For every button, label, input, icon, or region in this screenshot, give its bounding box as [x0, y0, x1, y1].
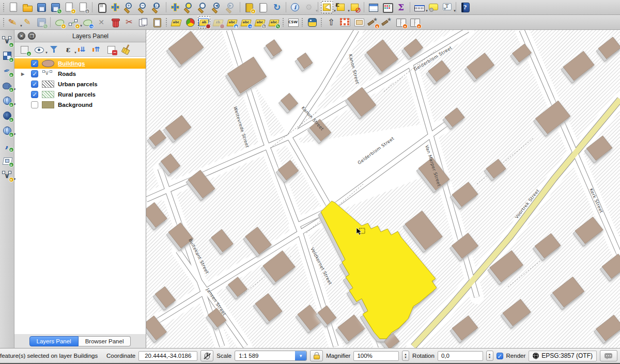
- add-delimited-text-button[interactable]: ,+: [1, 139, 14, 152]
- toggle-editing-button[interactable]: ✎: [21, 15, 34, 29]
- expand-arrow-icon[interactable]: ▶: [21, 72, 24, 76]
- save-project-as-button[interactable]: ✎: [49, 1, 62, 14]
- layer-row-buildings[interactable]: Buildings: [14, 58, 146, 69]
- pin-labels-button[interactable]: ab: [197, 15, 211, 29]
- set-to-canvas-scale-button[interactable]: [352, 15, 366, 29]
- help-contents-button[interactable]: ?: [458, 1, 472, 14]
- manage-visibility-button[interactable]: ▼: [33, 43, 45, 56]
- copy-features-button[interactable]: [136, 15, 150, 29]
- python-console-button[interactable]: [305, 15, 319, 29]
- new-bookmark-button[interactable]: ✶: [242, 1, 256, 14]
- text-annotation-button[interactable]: T▼: [440, 1, 454, 14]
- unpin-labels-button[interactable]: zb: [211, 15, 225, 29]
- layer-checkbox[interactable]: [31, 91, 38, 98]
- identify-features-button[interactable]: i: [288, 1, 302, 14]
- magnifier-input[interactable]: 100%: [353, 351, 399, 361]
- toggle-extents-mouse-button[interactable]: [200, 350, 213, 361]
- layer-checkbox[interactable]: [31, 81, 38, 88]
- rotation-input[interactable]: 0,0: [438, 351, 483, 361]
- zoom-last-button[interactable]: ◀: [210, 1, 224, 14]
- rotate-label-button[interactable]: abc↻: [253, 15, 267, 29]
- layer-row-roads[interactable]: ▶Roads: [14, 69, 146, 79]
- zoom-next-button[interactable]: ▶: [224, 1, 238, 14]
- pan-map-to-selection-button[interactable]: [109, 1, 122, 14]
- atlas-settings-button[interactable]: ▾: [394, 15, 408, 29]
- circular-string-button[interactable]: ✶▼: [67, 15, 80, 29]
- north-arrow-button[interactable]: ⇧: [324, 15, 338, 29]
- scale-combo[interactable]: 1:1 589 ▼: [235, 351, 307, 361]
- add-db-layer-button[interactable]: +: [1, 154, 14, 167]
- tab-browser-panel[interactable]: Browser Panel: [79, 336, 131, 346]
- add-vector-layer-button[interactable]: ∨+: [1, 34, 14, 48]
- zoom-full-extent-button[interactable]: [168, 1, 182, 14]
- zoom-to-layer-button[interactable]: [196, 1, 210, 14]
- change-label-button[interactable]: abc✎: [267, 15, 281, 29]
- move-feature-button[interactable]: →: [81, 15, 94, 29]
- add-wms-layer-button[interactable]: +▼: [1, 94, 14, 107]
- layer-diagrams-button[interactable]: [183, 15, 197, 29]
- run-feature-action-button[interactable]: ⚙▼: [302, 1, 316, 14]
- new-print-composer-button[interactable]: ✶: [63, 1, 76, 14]
- map-canvas[interactable]: Weltevrede StreetKanon StreetKanon Stree…: [146, 30, 620, 348]
- measure-line-button[interactable]: ▼: [412, 1, 426, 14]
- composer-manager-button[interactable]: +: [76, 1, 90, 14]
- move-label-button[interactable]: abc→: [239, 15, 253, 29]
- new-project-button[interactable]: [7, 1, 20, 14]
- layer-row-urban-parcels[interactable]: Urban parcels: [14, 79, 146, 89]
- add-wcs-layer-button[interactable]: +: [1, 109, 14, 122]
- map-tips-button[interactable]: [426, 1, 440, 14]
- layer-checkbox[interactable]: [31, 101, 38, 108]
- layer-checkbox[interactable]: [31, 60, 38, 67]
- atlas-add-button[interactable]: +: [408, 15, 422, 29]
- remove-layer-group-button[interactable]: [105, 43, 118, 56]
- scale-dropdown-icon[interactable]: ▼: [295, 351, 306, 360]
- zoom-actual-size-button[interactable]: 1:1: [150, 1, 164, 14]
- show-bookmarks-button[interactable]: [256, 1, 270, 14]
- layer-row-rural-parcels[interactable]: Rural parcels: [14, 89, 146, 100]
- layer-row-background[interactable]: Background: [14, 100, 146, 110]
- add-spatialite-layer-button[interactable]: ✒+: [1, 64, 14, 77]
- panel-close-icon[interactable]: ✕: [18, 32, 25, 40]
- cut-features-button[interactable]: ✂: [122, 15, 136, 29]
- field-calculator-button[interactable]: [380, 1, 394, 14]
- log-messages-button[interactable]: [600, 350, 617, 361]
- add-wfs-layer-button[interactable]: +▼: [1, 124, 14, 137]
- panel-detach-icon[interactable]: ❒: [28, 32, 36, 40]
- open-attribute-table-button[interactable]: [366, 1, 380, 14]
- select-features-button[interactable]: ▼: [320, 1, 334, 14]
- tab-layers-panel[interactable]: Layers Panel: [29, 336, 79, 346]
- add-raster-layer-button[interactable]: +: [1, 49, 14, 62]
- crs-status-button[interactable]: EPSG:3857 (OTF): [529, 351, 597, 361]
- filter-legend-button[interactable]: [48, 43, 60, 56]
- save-layer-edits-button[interactable]: ✎: [35, 15, 48, 29]
- style-wand-button[interactable]: ★: [380, 15, 394, 29]
- render-checkbox[interactable]: [497, 353, 503, 359]
- add-postgis-layer-button[interactable]: +▼: [1, 79, 14, 92]
- node-tool-button[interactable]: ✕: [95, 15, 108, 29]
- select-by-expression-button[interactable]: ε▼: [334, 1, 348, 14]
- show-hide-labels-button[interactable]: abc◉: [225, 15, 239, 29]
- collapse-all-button[interactable]: ⇈: [91, 43, 103, 56]
- coordinate-input[interactable]: 20.4444,-34.0186: [138, 351, 197, 361]
- style-broom-button[interactable]: [120, 43, 132, 56]
- add-feature-button[interactable]: ✶: [53, 15, 66, 29]
- new-shapefile-layer-button[interactable]: ∨✶▼: [1, 169, 14, 182]
- rotation-spinner[interactable]: ▲▼: [486, 351, 493, 361]
- pan-map-button[interactable]: [95, 1, 108, 14]
- filter-by-expression-button[interactable]: ε▼: [62, 43, 74, 56]
- zoom-to-selection-button[interactable]: [182, 1, 196, 14]
- magnifier-spinner[interactable]: ▲▼: [402, 351, 409, 361]
- expand-all-button[interactable]: ⇊: [76, 43, 89, 56]
- zoom-out-button[interactable]: −: [136, 1, 150, 14]
- metasearch-csw-button[interactable]: CSW: [286, 15, 300, 29]
- scale-lock-button[interactable]: [310, 350, 323, 361]
- delete-selected-button[interactable]: [109, 15, 122, 29]
- statistical-summary-button[interactable]: Σ: [394, 1, 408, 14]
- current-edits-button[interactable]: ✎▼: [7, 15, 20, 29]
- zoom-in-button[interactable]: +: [122, 1, 136, 14]
- deselect-all-button[interactable]: ∅: [348, 1, 362, 14]
- add-group-button[interactable]: +: [19, 43, 31, 56]
- layer-labeling-button[interactable]: abc: [169, 15, 183, 29]
- style-wand-fill-button[interactable]: ★s: [366, 15, 380, 29]
- set-to-canvas-extent-button[interactable]: [338, 15, 352, 29]
